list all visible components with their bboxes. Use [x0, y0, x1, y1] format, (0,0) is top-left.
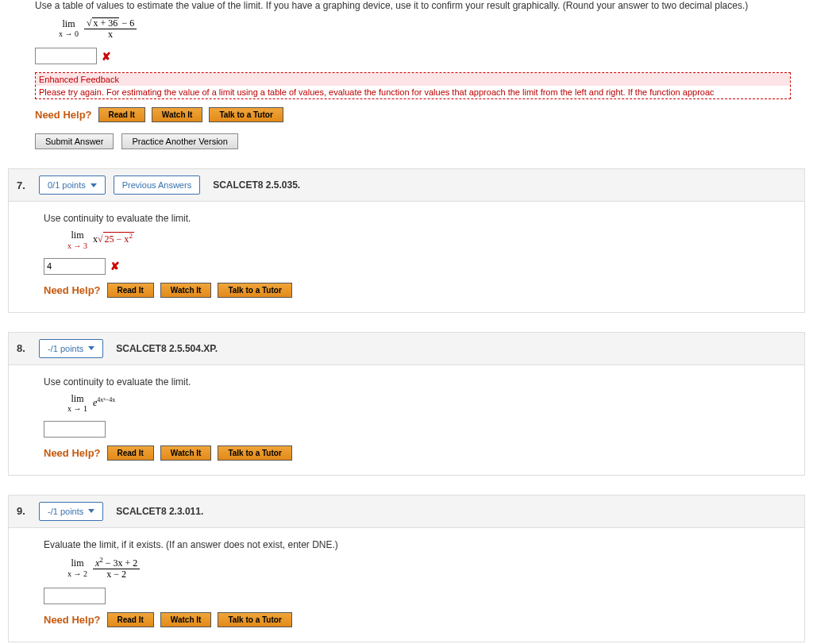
- chevron-down-icon: [91, 183, 97, 187]
- points-dropdown[interactable]: 0/1 points: [39, 175, 106, 195]
- question-prompt: Use a table of values to estimate the va…: [35, 0, 791, 11]
- feedback-body: Please try again. For estimating the val…: [36, 86, 790, 98]
- points-dropdown[interactable]: -/1 points: [39, 502, 103, 521]
- need-help-label: Need Help?: [44, 447, 101, 459]
- math-expression: lim x → 1 e4x²−4x: [67, 394, 782, 413]
- source-reference: SCALCET8 2.5.504.XP.: [116, 343, 218, 354]
- previous-answers-button[interactable]: Previous Answers: [114, 175, 200, 195]
- talk-tutor-button[interactable]: Talk to a Tutor: [209, 107, 283, 122]
- practice-another-button[interactable]: Practice Another Version: [121, 133, 237, 149]
- question-number: 7.: [17, 179, 31, 191]
- points-dropdown[interactable]: -/1 points: [39, 339, 103, 358]
- talk-tutor-button[interactable]: Talk to a Tutor: [218, 283, 291, 298]
- feedback-title: Enhanced Feedback: [36, 73, 790, 86]
- source-reference: SCALCET8 2.3.011.: [116, 506, 203, 517]
- math-expression: lim x → 2 x2 − 3x + 2 x − 2: [67, 557, 782, 580]
- talk-tutor-button[interactable]: Talk to a Tutor: [218, 445, 291, 461]
- watch-it-button[interactable]: Watch It: [160, 283, 212, 298]
- question-number: 9.: [17, 505, 31, 517]
- math-expression: lim x → 3 x√25 − x2: [67, 230, 782, 249]
- talk-tutor-button[interactable]: Talk to a Tutor: [218, 612, 291, 627]
- chevron-down-icon: [88, 509, 94, 513]
- read-it-button[interactable]: Read It: [107, 283, 154, 298]
- answer-input[interactable]: [44, 421, 106, 438]
- answer-input[interactable]: [35, 48, 97, 64]
- incorrect-icon: ✘: [102, 50, 111, 63]
- watch-it-button[interactable]: Watch It: [152, 107, 203, 122]
- question-prompt: Use continuity to evaluate the limit.: [44, 376, 782, 388]
- feedback-box: Enhanced Feedback Please try again. For …: [35, 72, 791, 99]
- source-reference: SCALCET8 2.5.035.: [213, 179, 300, 191]
- incorrect-icon: ✘: [110, 260, 120, 272]
- math-expression: lim x → 0 √x + 36 − 6 x: [59, 17, 791, 40]
- question-prompt: Evaluate the limit, if it exists. (If an…: [44, 539, 782, 550]
- read-it-button[interactable]: Read It: [107, 612, 154, 627]
- chevron-down-icon: [88, 346, 94, 350]
- watch-it-button[interactable]: Watch It: [160, 445, 212, 461]
- answer-input[interactable]: [44, 588, 106, 604]
- answer-input[interactable]: [44, 258, 106, 275]
- need-help-label: Need Help?: [35, 109, 92, 121]
- need-help-label: Need Help?: [44, 284, 101, 296]
- submit-answer-button[interactable]: Submit Answer: [35, 133, 114, 149]
- read-it-button[interactable]: Read It: [107, 445, 154, 461]
- watch-it-button[interactable]: Watch It: [160, 612, 212, 627]
- question-prompt: Use continuity to evaluate the limit.: [44, 213, 782, 224]
- need-help-label: Need Help?: [44, 614, 101, 626]
- question-number: 8.: [17, 342, 31, 354]
- read-it-button[interactable]: Read It: [98, 107, 145, 122]
